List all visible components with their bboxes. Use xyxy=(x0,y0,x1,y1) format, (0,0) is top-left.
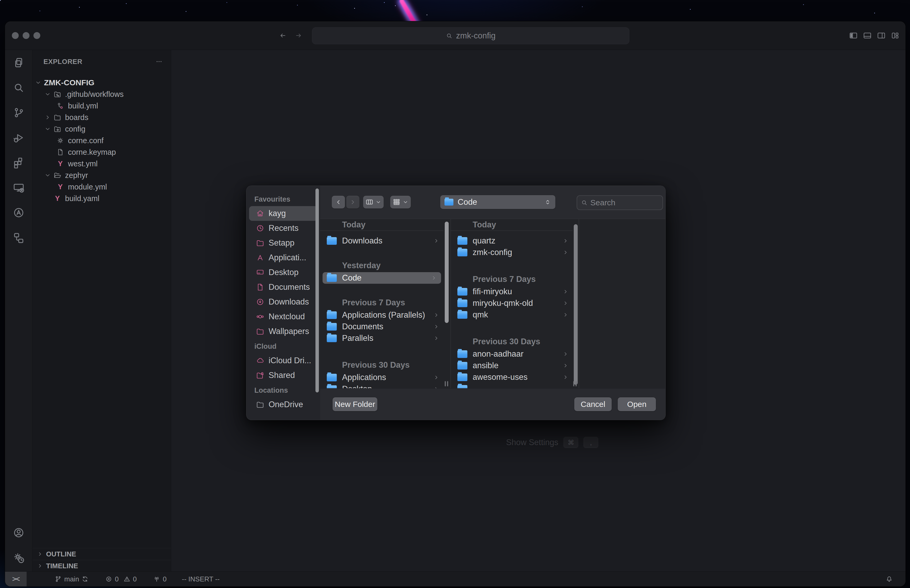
sidebar-item-nextcloud[interactable]: Nextcloud xyxy=(249,309,318,324)
activity-item-settings-clock[interactable] xyxy=(5,545,32,570)
sidebar-item-setapp[interactable]: Setapp xyxy=(249,236,318,250)
minimize-button[interactable] xyxy=(23,32,29,39)
back-button[interactable] xyxy=(332,196,345,208)
git-branch-item[interactable]: main xyxy=(55,575,89,583)
tree-item-build-yml[interactable]: build.yml xyxy=(32,100,171,111)
sidebar-item-recents[interactable]: Recents xyxy=(249,221,318,236)
tree-item-zmk-config[interactable]: ZMK-CONFIG xyxy=(32,77,171,89)
file-row-code[interactable]: Code xyxy=(323,272,441,284)
remote-indicator[interactable]: >< xyxy=(5,572,27,586)
activity-item-source-control[interactable] xyxy=(5,100,32,125)
tree-item-zephyr[interactable]: zephyr xyxy=(32,170,171,181)
command-center-search[interactable]: zmk-config xyxy=(312,27,629,44)
tree-item-corne-keymap[interactable]: corne.keymap xyxy=(32,146,171,158)
activity-item-run-debug[interactable] xyxy=(5,125,32,150)
column-resize-handle[interactable] xyxy=(445,381,448,386)
columns-view-button[interactable] xyxy=(363,196,384,208)
layout-panel-icon[interactable] xyxy=(863,31,872,40)
layout-sidebar-right-icon[interactable] xyxy=(877,31,886,40)
file-row-awesome-uses[interactable]: awesome-uses xyxy=(451,372,573,383)
sidebar-item-kayg[interactable]: kayg xyxy=(249,206,318,221)
file-row-miryoku-qmk-old[interactable]: miryoku-qmk-old xyxy=(451,297,573,309)
chevron-down-icon xyxy=(402,199,408,205)
yaml-icon: Y xyxy=(57,160,64,168)
tree-item-corne-conf[interactable]: corne.conf xyxy=(32,135,171,146)
group-today: TodayDownloads xyxy=(320,219,443,247)
sidebar-item-downloads[interactable]: Downloads xyxy=(249,294,318,309)
extensions-icon xyxy=(13,157,25,169)
activity-item-account[interactable] xyxy=(5,520,32,545)
tree-item-label: config xyxy=(65,125,85,133)
column-1-scrollbar[interactable] xyxy=(445,221,449,323)
activity-item-circle-a[interactable] xyxy=(5,200,32,225)
activity-item-remote-explorer[interactable] xyxy=(5,175,32,200)
file-row-documents[interactable]: Documents xyxy=(320,321,443,333)
sidebar-item-documents[interactable]: Documents xyxy=(249,280,318,294)
files-icon xyxy=(13,57,25,69)
location-dropdown[interactable]: Code xyxy=(440,195,555,209)
file-row-applications[interactable]: Applications xyxy=(320,372,443,383)
dialog-search-field[interactable]: Search xyxy=(577,195,663,210)
sidebar-item-desktop[interactable]: Desktop xyxy=(249,265,318,280)
show-settings-label: Show Settings xyxy=(506,438,558,447)
folder-icon xyxy=(457,237,467,245)
file-row-ansible[interactable]: ansible xyxy=(451,360,573,372)
tree-item-west-yml[interactable]: Ywest.yml xyxy=(32,158,171,170)
file-row-item[interactable] xyxy=(451,383,573,388)
sidebar-scrollbar[interactable] xyxy=(315,189,319,393)
activity-item-search[interactable] xyxy=(5,75,32,100)
zoom-button[interactable] xyxy=(34,32,40,39)
group-header: Today xyxy=(320,219,443,231)
layout-sidebar-icon[interactable] xyxy=(849,31,858,40)
forward-arrow-icon[interactable] xyxy=(295,32,302,39)
file-row-parallels[interactable]: Parallels xyxy=(320,333,443,344)
column-2-scrollbar[interactable] xyxy=(574,224,578,385)
sidebar-item-wallpapers[interactable]: Wallpapers xyxy=(249,324,318,339)
activity-item-references[interactable] xyxy=(5,225,32,250)
column-3 xyxy=(579,219,665,388)
file-row-zmk-config[interactable]: zmk-config xyxy=(451,247,573,258)
file-row-anon-aadhaar[interactable]: anon-aadhaar xyxy=(451,348,573,360)
file-row-desktop[interactable]: Desktop xyxy=(320,383,443,388)
group-view-button[interactable] xyxy=(390,196,411,208)
panel-outline[interactable]: OUTLINE xyxy=(32,548,171,560)
column-resize-handle[interactable] xyxy=(573,381,577,386)
sidebar-item-onedrive[interactable]: OneDrive xyxy=(249,397,318,412)
file-row-downloads[interactable]: Downloads xyxy=(320,235,443,247)
sidebar-item-applicati[interactable]: Applicati... xyxy=(249,250,318,265)
forward-button[interactable] xyxy=(346,196,359,208)
tree-item-github-workflows[interactable]: .github/workflows xyxy=(32,89,171,100)
tree-item-label: boards xyxy=(65,113,89,122)
explorer-menu-icon[interactable] xyxy=(155,58,163,66)
sidebar-item-label: OneDrive xyxy=(268,400,303,409)
file-row-label: zmk-config xyxy=(473,248,512,257)
cancel-button[interactable]: Cancel xyxy=(574,397,612,411)
file-row-quartz[interactable]: quartz xyxy=(451,235,573,247)
activity-item-extensions[interactable] xyxy=(5,150,32,175)
file-row-fifi-miryoku[interactable]: fifi-miryoku xyxy=(451,286,573,297)
close-button[interactable] xyxy=(12,32,19,39)
group-previous-7-days: Previous 7 DaysApplications (Parallels)D… xyxy=(320,297,443,344)
open-button[interactable]: Open xyxy=(618,397,656,411)
tree-item-module-yml[interactable]: Ymodule.yml xyxy=(32,181,171,193)
back-arrow-icon[interactable] xyxy=(279,32,287,39)
sidebar-item-label: Applicati... xyxy=(268,253,306,262)
file-row-qmk[interactable]: qmk xyxy=(451,309,573,321)
problems-item[interactable]: 0 0 xyxy=(105,575,137,583)
customize-layout-icon[interactable] xyxy=(891,31,900,40)
sidebar-item-label: kayg xyxy=(268,209,286,218)
search-icon xyxy=(446,32,453,39)
notifications-item[interactable] xyxy=(886,575,893,583)
tree-item-boards[interactable]: boards xyxy=(32,111,171,123)
activity-item-files[interactable] xyxy=(5,50,32,75)
panel-timeline[interactable]: TIMELINE xyxy=(32,560,171,572)
updown-chevrons-icon xyxy=(544,199,551,205)
tree-item-config[interactable]: config xyxy=(32,123,171,135)
ports-item[interactable]: 0 xyxy=(153,575,166,583)
new-folder-button[interactable]: New Folder xyxy=(333,397,377,411)
sidebar-item-icloud-dri[interactable]: iCloud Dri... xyxy=(249,353,318,368)
search-icon xyxy=(13,82,25,94)
sidebar-item-shared[interactable]: Shared xyxy=(249,368,318,383)
file-row-applications-parallels[interactable]: Applications (Parallels) xyxy=(320,309,443,321)
tree-item-build-yaml[interactable]: Ybuild.yaml xyxy=(32,193,171,204)
